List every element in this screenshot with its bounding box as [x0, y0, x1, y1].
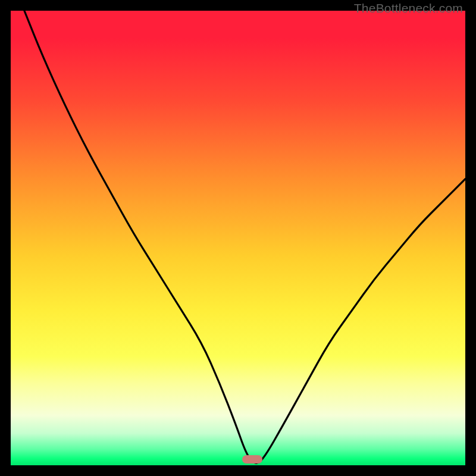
bottleneck-curve	[11, 11, 465, 465]
curve-path	[24, 11, 465, 463]
optimal-marker	[242, 455, 262, 464]
plot-area	[11, 11, 465, 465]
attribution-text: TheBottleneck.com	[354, 1, 463, 15]
chart-frame: TheBottleneck.com	[0, 0, 476, 476]
